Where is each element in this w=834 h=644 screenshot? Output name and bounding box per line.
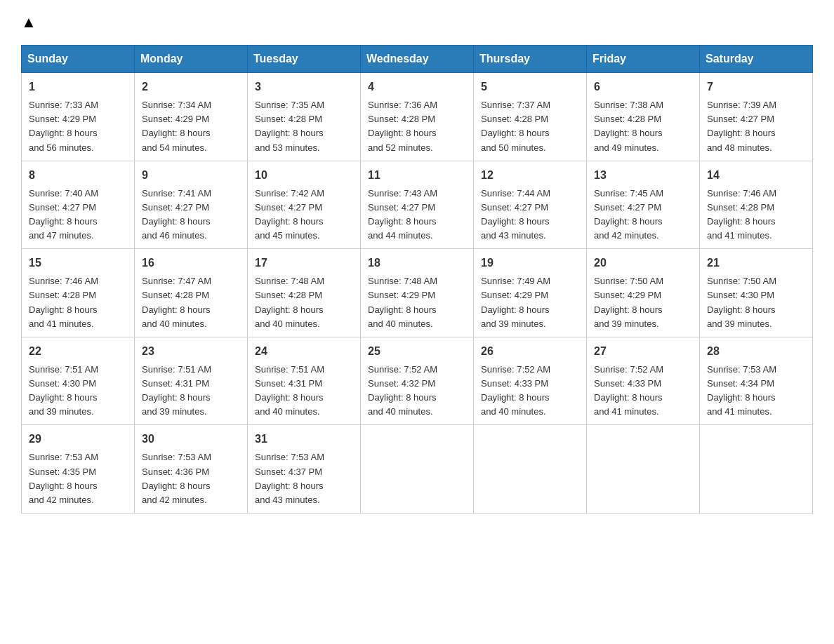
day-info: Sunrise: 7:46 AMSunset: 4:28 PMDaylight:… [29, 276, 98, 328]
calendar-week-row: 22Sunrise: 7:51 AMSunset: 4:30 PMDayligh… [22, 337, 813, 425]
calendar-day-cell: 9Sunrise: 7:41 AMSunset: 4:27 PMDaylight… [135, 161, 248, 249]
day-info: Sunrise: 7:37 AMSunset: 4:28 PMDaylight:… [481, 100, 550, 152]
calendar-day-cell: 28Sunrise: 7:53 AMSunset: 4:34 PMDayligh… [700, 337, 813, 425]
day-number: 7 [707, 79, 805, 95]
day-number: 17 [255, 255, 353, 271]
day-info: Sunrise: 7:43 AMSunset: 4:27 PMDaylight:… [368, 188, 437, 241]
day-info: Sunrise: 7:44 AMSunset: 4:27 PMDaylight:… [481, 188, 550, 241]
day-number: 28 [707, 343, 805, 360]
weekday-header-saturday: Saturday [700, 46, 813, 73]
day-info: Sunrise: 7:49 AMSunset: 4:29 PMDaylight:… [481, 276, 550, 328]
calendar-day-cell: 6Sunrise: 7:38 AMSunset: 4:28 PMDaylight… [587, 73, 700, 161]
page-header: ▲ [21, 14, 813, 31]
calendar-day-cell: 31Sunrise: 7:53 AMSunset: 4:37 PMDayligh… [248, 425, 361, 514]
calendar-empty-cell [700, 425, 813, 514]
day-info: Sunrise: 7:50 AMSunset: 4:30 PMDaylight:… [707, 276, 776, 328]
day-number: 20 [594, 255, 692, 271]
calendar-day-cell: 25Sunrise: 7:52 AMSunset: 4:32 PMDayligh… [361, 337, 474, 425]
calendar-day-cell: 5Sunrise: 7:37 AMSunset: 4:28 PMDaylight… [474, 73, 587, 161]
calendar-empty-cell [587, 425, 700, 514]
day-number: 2 [142, 79, 240, 95]
day-info: Sunrise: 7:53 AMSunset: 4:35 PMDaylight:… [29, 452, 98, 504]
day-number: 1 [29, 79, 127, 95]
day-info: Sunrise: 7:46 AMSunset: 4:28 PMDaylight:… [707, 188, 776, 241]
calendar-day-cell: 23Sunrise: 7:51 AMSunset: 4:31 PMDayligh… [135, 337, 248, 425]
day-info: Sunrise: 7:36 AMSunset: 4:28 PMDaylight:… [368, 100, 437, 152]
day-info: Sunrise: 7:41 AMSunset: 4:27 PMDaylight:… [142, 188, 211, 241]
calendar-day-cell: 22Sunrise: 7:51 AMSunset: 4:30 PMDayligh… [22, 337, 135, 425]
calendar-day-cell: 30Sunrise: 7:53 AMSunset: 4:36 PMDayligh… [135, 425, 248, 514]
day-info: Sunrise: 7:53 AMSunset: 4:34 PMDaylight:… [707, 364, 776, 417]
day-number: 21 [707, 255, 805, 271]
calendar-empty-cell [361, 425, 474, 514]
calendar-empty-cell [474, 425, 587, 514]
day-number: 19 [481, 255, 579, 271]
calendar-day-cell: 11Sunrise: 7:43 AMSunset: 4:27 PMDayligh… [361, 161, 474, 249]
calendar-day-cell: 29Sunrise: 7:53 AMSunset: 4:35 PMDayligh… [22, 425, 135, 514]
day-number: 22 [29, 343, 127, 360]
day-info: Sunrise: 7:53 AMSunset: 4:36 PMDaylight:… [142, 452, 211, 504]
calendar-day-cell: 24Sunrise: 7:51 AMSunset: 4:31 PMDayligh… [248, 337, 361, 425]
day-info: Sunrise: 7:51 AMSunset: 4:31 PMDaylight:… [255, 364, 324, 417]
logo: ▲ [21, 14, 37, 31]
calendar-day-cell: 26Sunrise: 7:52 AMSunset: 4:33 PMDayligh… [474, 337, 587, 425]
day-number: 4 [368, 79, 466, 95]
day-info: Sunrise: 7:52 AMSunset: 4:33 PMDaylight:… [481, 364, 550, 417]
day-info: Sunrise: 7:38 AMSunset: 4:28 PMDaylight:… [594, 100, 663, 152]
calendar-day-cell: 17Sunrise: 7:48 AMSunset: 4:28 PMDayligh… [248, 249, 361, 337]
calendar-day-cell: 1Sunrise: 7:33 AMSunset: 4:29 PMDaylight… [22, 73, 135, 161]
calendar-week-row: 29Sunrise: 7:53 AMSunset: 4:35 PMDayligh… [22, 425, 813, 514]
day-info: Sunrise: 7:39 AMSunset: 4:27 PMDaylight:… [707, 100, 776, 152]
day-number: 26 [481, 343, 579, 360]
calendar-day-cell: 10Sunrise: 7:42 AMSunset: 4:27 PMDayligh… [248, 161, 361, 249]
calendar-day-cell: 19Sunrise: 7:49 AMSunset: 4:29 PMDayligh… [474, 249, 587, 337]
calendar-day-cell: 3Sunrise: 7:35 AMSunset: 4:28 PMDaylight… [248, 73, 361, 161]
day-number: 31 [255, 431, 353, 448]
day-info: Sunrise: 7:33 AMSunset: 4:29 PMDaylight:… [29, 100, 98, 152]
day-number: 14 [707, 167, 805, 184]
calendar-day-cell: 4Sunrise: 7:36 AMSunset: 4:28 PMDaylight… [361, 73, 474, 161]
weekday-header-monday: Monday [135, 46, 248, 73]
calendar-day-cell: 14Sunrise: 7:46 AMSunset: 4:28 PMDayligh… [700, 161, 813, 249]
calendar-day-cell: 27Sunrise: 7:52 AMSunset: 4:33 PMDayligh… [587, 337, 700, 425]
day-info: Sunrise: 7:51 AMSunset: 4:31 PMDaylight:… [142, 364, 211, 417]
day-number: 16 [142, 255, 240, 271]
day-info: Sunrise: 7:53 AMSunset: 4:37 PMDaylight:… [255, 452, 324, 504]
calendar-day-cell: 8Sunrise: 7:40 AMSunset: 4:27 PMDaylight… [22, 161, 135, 249]
day-number: 3 [255, 79, 353, 95]
day-number: 29 [29, 431, 127, 448]
day-number: 27 [594, 343, 692, 360]
day-number: 13 [594, 167, 692, 184]
weekday-header-tuesday: Tuesday [248, 46, 361, 73]
calendar-week-row: 8Sunrise: 7:40 AMSunset: 4:27 PMDaylight… [22, 161, 813, 249]
day-info: Sunrise: 7:42 AMSunset: 4:27 PMDaylight:… [255, 188, 324, 241]
calendar-week-row: 15Sunrise: 7:46 AMSunset: 4:28 PMDayligh… [22, 249, 813, 337]
day-number: 18 [368, 255, 466, 271]
calendar-header-row: SundayMondayTuesdayWednesdayThursdayFrid… [22, 46, 813, 73]
day-number: 5 [481, 79, 579, 95]
calendar-day-cell: 21Sunrise: 7:50 AMSunset: 4:30 PMDayligh… [700, 249, 813, 337]
day-info: Sunrise: 7:35 AMSunset: 4:28 PMDaylight:… [255, 100, 324, 152]
day-number: 15 [29, 255, 127, 271]
day-number: 11 [368, 167, 466, 184]
day-info: Sunrise: 7:48 AMSunset: 4:28 PMDaylight:… [255, 276, 324, 328]
weekday-header-friday: Friday [587, 46, 700, 73]
day-info: Sunrise: 7:51 AMSunset: 4:30 PMDaylight:… [29, 364, 98, 417]
day-info: Sunrise: 7:47 AMSunset: 4:28 PMDaylight:… [142, 276, 211, 328]
day-number: 12 [481, 167, 579, 184]
calendar-week-row: 1Sunrise: 7:33 AMSunset: 4:29 PMDaylight… [22, 73, 813, 161]
calendar-day-cell: 20Sunrise: 7:50 AMSunset: 4:29 PMDayligh… [587, 249, 700, 337]
day-number: 30 [142, 431, 240, 448]
day-info: Sunrise: 7:45 AMSunset: 4:27 PMDaylight:… [594, 188, 663, 241]
day-info: Sunrise: 7:40 AMSunset: 4:27 PMDaylight:… [29, 188, 98, 241]
day-info: Sunrise: 7:52 AMSunset: 4:33 PMDaylight:… [594, 364, 663, 417]
calendar-day-cell: 12Sunrise: 7:44 AMSunset: 4:27 PMDayligh… [474, 161, 587, 249]
calendar-day-cell: 13Sunrise: 7:45 AMSunset: 4:27 PMDayligh… [587, 161, 700, 249]
weekday-header-thursday: Thursday [474, 46, 587, 73]
day-info: Sunrise: 7:48 AMSunset: 4:29 PMDaylight:… [368, 276, 437, 328]
day-info: Sunrise: 7:34 AMSunset: 4:29 PMDaylight:… [142, 100, 211, 152]
day-number: 24 [255, 343, 353, 360]
weekday-header-wednesday: Wednesday [361, 46, 474, 73]
weekday-header-sunday: Sunday [22, 46, 135, 73]
day-number: 8 [29, 167, 127, 184]
